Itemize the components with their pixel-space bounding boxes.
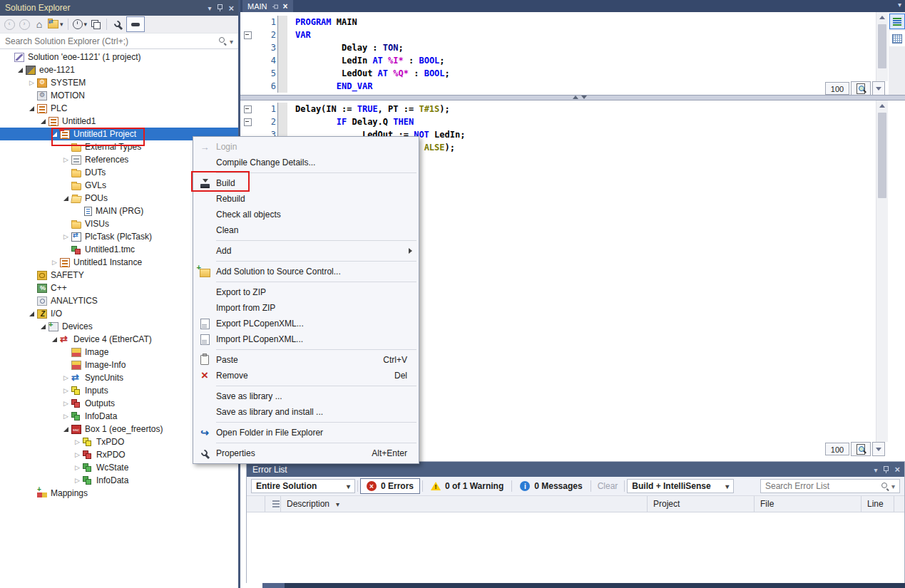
collapsed-expander-icon[interactable] [73, 438, 82, 445]
code-line[interactable]: 6 END_VAR [240, 80, 905, 93]
close-icon[interactable] [894, 464, 900, 475]
collapsed-expander-icon[interactable] [27, 79, 36, 86]
collapse-box-icon[interactable] [244, 105, 252, 113]
properties-button[interactable] [111, 17, 124, 31]
errors-filter-button[interactable]: 0 Errors [360, 478, 420, 494]
tab-main[interactable]: MAIN [242, 0, 293, 12]
filter-dropdown-icon[interactable] [336, 500, 339, 508]
zoom-level-input[interactable]: 100 [825, 443, 849, 455]
menu-item-check-all-objects[interactable]: Check all objects [193, 207, 419, 222]
home-button[interactable] [33, 17, 46, 31]
zoom-button[interactable] [851, 442, 871, 456]
expanded-expander-icon[interactable] [39, 324, 48, 329]
close-icon[interactable] [283, 1, 288, 11]
preview-selected-items-toggle[interactable] [126, 16, 145, 32]
menu-item-export-plcopenxml[interactable]: Export PLCopenXML... [193, 316, 419, 331]
expanded-expander-icon[interactable] [50, 337, 59, 342]
pending-changes-filter-button[interactable] [73, 17, 88, 31]
solution-search-box[interactable]: Search Solution Explorer (Ctrl+;) [0, 33, 238, 49]
implementation-scrollbar[interactable] [876, 100, 888, 442]
grid-view-toggle[interactable] [889, 31, 905, 46]
chevron-down-icon[interactable] [891, 483, 895, 490]
code-line[interactable]: 2VAR [240, 29, 905, 41]
collapsed-expander-icon[interactable] [73, 477, 82, 484]
scroll-down-button[interactable] [872, 81, 885, 96]
collapsed-expander-icon[interactable] [73, 451, 82, 458]
code-line[interactable]: 1Delay(IN := TRUE, PT := T#1S); [240, 103, 905, 115]
collapse-all-button[interactable] [89, 17, 102, 31]
tree-item-untitled1[interactable]: Untitled1 [0, 115, 238, 128]
document-list-dropdown-icon[interactable] [898, 1, 901, 9]
description-column-header[interactable]: Description [281, 496, 648, 512]
menu-item-add[interactable]: Add [193, 243, 419, 259]
tree-item-plc[interactable]: PLC [0, 102, 238, 115]
pin-icon[interactable] [272, 4, 279, 8]
expanded-expander-icon[interactable] [27, 106, 36, 111]
horizontal-scrollbar[interactable] [262, 583, 905, 588]
error-list-body[interactable] [247, 512, 904, 584]
tree-item-mappings[interactable]: Mappings [0, 487, 238, 500]
collapse-box-icon[interactable] [244, 118, 252, 126]
code-line[interactable]: 2 IF Delay.Q THEN [240, 115, 905, 128]
tree-item-system[interactable]: SYSTEM [0, 76, 238, 89]
menu-item-clean[interactable]: Clean [193, 222, 419, 238]
splitter-handle-icon[interactable] [573, 96, 587, 99]
menu-item-paste[interactable]: PasteCtrl+V [193, 352, 419, 368]
search-icon[interactable] [218, 36, 227, 46]
code-line[interactable]: 5 LedOut AT %Q* : BOOL; [240, 67, 905, 80]
declaration-editor-pane[interactable]: 1PROGRAM MAIN2VAR3 Delay : TON;4 LedIn A… [240, 12, 905, 95]
collapsed-expander-icon[interactable] [61, 400, 71, 407]
menu-item-build[interactable]: Build [193, 175, 419, 191]
zoom-level-input[interactable]: 100 [825, 82, 849, 95]
messages-filter-button[interactable]: 0 Messages [514, 479, 588, 493]
collapsed-expander-icon[interactable] [73, 464, 82, 471]
tree-item-eoe-1121[interactable]: eoe-1121 [0, 63, 238, 76]
file-column-header[interactable]: File [755, 496, 861, 512]
editor-splitter[interactable] [240, 95, 905, 100]
declaration-scrollbar[interactable] [876, 12, 888, 81]
chevron-down-icon[interactable] [230, 36, 233, 46]
menu-item-save-as-library[interactable]: Save as library ... [193, 388, 419, 404]
collapsed-expander-icon[interactable] [50, 259, 59, 266]
menu-item-save-as-library-and-install[interactable]: Save as library and install ... [193, 404, 419, 420]
pin-icon[interactable] [883, 465, 889, 474]
scrollbar-thumb[interactable] [878, 24, 886, 68]
window-position-icon[interactable] [208, 3, 211, 13]
project-column-header[interactable]: Project [648, 496, 755, 512]
scrollbar-thumb[interactable] [878, 113, 886, 198]
expanded-expander-icon[interactable] [61, 196, 71, 201]
window-position-icon[interactable] [874, 465, 877, 475]
tree-item-motion[interactable]: MOTION [0, 89, 238, 102]
pin-icon[interactable] [217, 4, 223, 12]
code-line[interactable]: 1PROGRAM MAIN [240, 16, 905, 29]
source-filter-dropdown[interactable]: Build + IntelliSense [627, 479, 734, 493]
severity-column-header[interactable] [265, 496, 281, 512]
search-icon[interactable] [881, 482, 890, 491]
expanded-expander-icon[interactable] [16, 68, 25, 73]
collapse-box-icon[interactable] [244, 31, 252, 39]
code-line[interactable]: 4 LedIn AT %I* : BOOL; [240, 54, 905, 67]
collapsed-expander-icon[interactable] [61, 374, 71, 381]
sync-with-active-document-button[interactable] [48, 17, 63, 31]
menu-item-rebuild[interactable]: Rebuild [193, 191, 419, 207]
menu-item-export-to-zip[interactable]: Export to ZIP [193, 284, 419, 300]
menu-item-import-plcopenxml[interactable]: Import PLCopenXML... [193, 331, 419, 347]
zoom-button[interactable] [851, 81, 871, 96]
collapsed-expander-icon[interactable] [61, 387, 71, 394]
menu-item-remove[interactable]: RemoveDel [193, 368, 419, 383]
menu-item-properties[interactable]: PropertiesAlt+Enter [193, 445, 419, 461]
collapsed-expander-icon[interactable] [61, 156, 71, 163]
expanded-expander-icon[interactable] [50, 132, 59, 137]
scroll-up-icon[interactable] [876, 100, 888, 111]
forward-button[interactable]: › [18, 17, 31, 31]
collapsed-expander-icon[interactable] [61, 233, 71, 240]
close-icon[interactable] [228, 3, 234, 14]
tree-item-infodata[interactable]: InfoData [0, 474, 238, 487]
menu-item-add-solution-to-source-control[interactable]: Add Solution to Source Control... [193, 264, 419, 279]
scroll-up-icon[interactable] [876, 12, 888, 23]
tree-item-solution-eoe-1121-1-project[interactable]: Solution 'eoe-1121' (1 project) [0, 51, 238, 63]
error-list-search-box[interactable]: Search Error List [760, 479, 900, 493]
menu-item-compile-change-details[interactable]: Compile Change Details... [193, 155, 419, 170]
menu-item-import-from-zip[interactable]: Import from ZIP [193, 300, 419, 316]
code-line[interactable]: 3 Delay : TON; [240, 41, 905, 54]
